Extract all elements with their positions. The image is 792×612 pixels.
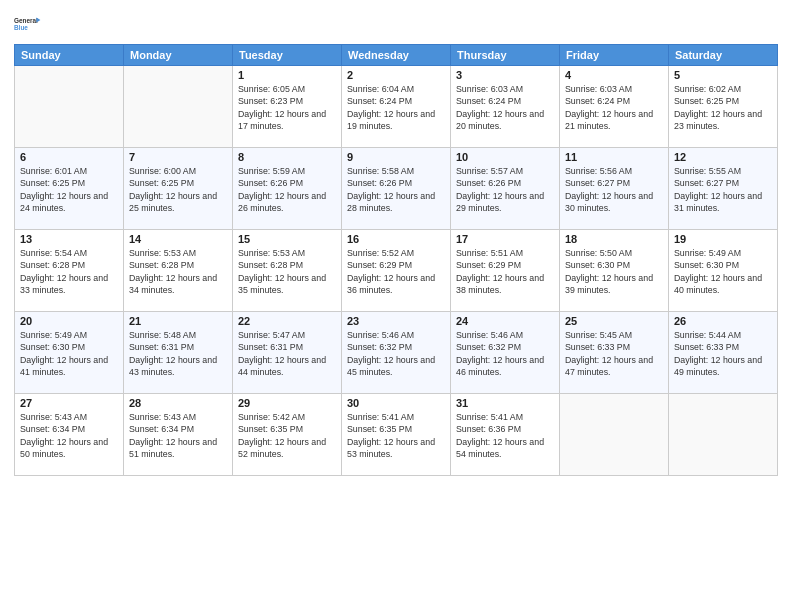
day-info: Sunrise: 6:03 AM Sunset: 6:24 PM Dayligh… [565, 83, 663, 132]
svg-marker-2 [36, 18, 40, 23]
day-cell: 8Sunrise: 5:59 AM Sunset: 6:26 PM Daylig… [233, 148, 342, 230]
day-cell: 29Sunrise: 5:42 AM Sunset: 6:35 PM Dayli… [233, 394, 342, 476]
day-number: 13 [20, 233, 118, 245]
day-cell: 7Sunrise: 6:00 AM Sunset: 6:25 PM Daylig… [124, 148, 233, 230]
day-number: 11 [565, 151, 663, 163]
day-cell: 18Sunrise: 5:50 AM Sunset: 6:30 PM Dayli… [560, 230, 669, 312]
day-info: Sunrise: 5:49 AM Sunset: 6:30 PM Dayligh… [674, 247, 772, 296]
day-number: 31 [456, 397, 554, 409]
day-number: 5 [674, 69, 772, 81]
day-info: Sunrise: 5:57 AM Sunset: 6:26 PM Dayligh… [456, 165, 554, 214]
day-number: 24 [456, 315, 554, 327]
day-cell: 21Sunrise: 5:48 AM Sunset: 6:31 PM Dayli… [124, 312, 233, 394]
day-number: 15 [238, 233, 336, 245]
day-number: 16 [347, 233, 445, 245]
day-info: Sunrise: 5:54 AM Sunset: 6:28 PM Dayligh… [20, 247, 118, 296]
day-number: 6 [20, 151, 118, 163]
day-number: 14 [129, 233, 227, 245]
day-info: Sunrise: 5:42 AM Sunset: 6:35 PM Dayligh… [238, 411, 336, 460]
day-number: 1 [238, 69, 336, 81]
day-cell: 13Sunrise: 5:54 AM Sunset: 6:28 PM Dayli… [15, 230, 124, 312]
day-cell: 30Sunrise: 5:41 AM Sunset: 6:35 PM Dayli… [342, 394, 451, 476]
day-info: Sunrise: 5:52 AM Sunset: 6:29 PM Dayligh… [347, 247, 445, 296]
weekday-sunday: Sunday [15, 45, 124, 66]
day-number: 2 [347, 69, 445, 81]
weekday-header-row: SundayMondayTuesdayWednesdayThursdayFrid… [15, 45, 778, 66]
day-info: Sunrise: 5:51 AM Sunset: 6:29 PM Dayligh… [456, 247, 554, 296]
day-number: 8 [238, 151, 336, 163]
weekday-thursday: Thursday [451, 45, 560, 66]
day-cell: 22Sunrise: 5:47 AM Sunset: 6:31 PM Dayli… [233, 312, 342, 394]
day-info: Sunrise: 5:50 AM Sunset: 6:30 PM Dayligh… [565, 247, 663, 296]
day-number: 18 [565, 233, 663, 245]
day-cell: 31Sunrise: 5:41 AM Sunset: 6:36 PM Dayli… [451, 394, 560, 476]
day-cell: 2Sunrise: 6:04 AM Sunset: 6:24 PM Daylig… [342, 66, 451, 148]
day-number: 23 [347, 315, 445, 327]
day-info: Sunrise: 5:43 AM Sunset: 6:34 PM Dayligh… [20, 411, 118, 460]
weekday-friday: Friday [560, 45, 669, 66]
day-cell: 16Sunrise: 5:52 AM Sunset: 6:29 PM Dayli… [342, 230, 451, 312]
day-cell [560, 394, 669, 476]
day-number: 9 [347, 151, 445, 163]
day-number: 10 [456, 151, 554, 163]
day-cell: 23Sunrise: 5:46 AM Sunset: 6:32 PM Dayli… [342, 312, 451, 394]
day-cell: 17Sunrise: 5:51 AM Sunset: 6:29 PM Dayli… [451, 230, 560, 312]
svg-text:General: General [14, 17, 38, 24]
day-info: Sunrise: 5:45 AM Sunset: 6:33 PM Dayligh… [565, 329, 663, 378]
day-info: Sunrise: 5:53 AM Sunset: 6:28 PM Dayligh… [129, 247, 227, 296]
day-cell: 24Sunrise: 5:46 AM Sunset: 6:32 PM Dayli… [451, 312, 560, 394]
day-info: Sunrise: 6:03 AM Sunset: 6:24 PM Dayligh… [456, 83, 554, 132]
day-number: 7 [129, 151, 227, 163]
logo-icon: GeneralBlue [14, 10, 42, 38]
day-number: 30 [347, 397, 445, 409]
day-number: 27 [20, 397, 118, 409]
week-row-2: 6Sunrise: 6:01 AM Sunset: 6:25 PM Daylig… [15, 148, 778, 230]
day-info: Sunrise: 5:46 AM Sunset: 6:32 PM Dayligh… [347, 329, 445, 378]
day-cell: 3Sunrise: 6:03 AM Sunset: 6:24 PM Daylig… [451, 66, 560, 148]
day-cell: 14Sunrise: 5:53 AM Sunset: 6:28 PM Dayli… [124, 230, 233, 312]
logo: GeneralBlue [14, 10, 42, 38]
day-info: Sunrise: 5:44 AM Sunset: 6:33 PM Dayligh… [674, 329, 772, 378]
day-cell [124, 66, 233, 148]
day-number: 28 [129, 397, 227, 409]
day-info: Sunrise: 6:02 AM Sunset: 6:25 PM Dayligh… [674, 83, 772, 132]
day-cell: 5Sunrise: 6:02 AM Sunset: 6:25 PM Daylig… [669, 66, 778, 148]
day-info: Sunrise: 6:04 AM Sunset: 6:24 PM Dayligh… [347, 83, 445, 132]
day-number: 12 [674, 151, 772, 163]
week-row-1: 1Sunrise: 6:05 AM Sunset: 6:23 PM Daylig… [15, 66, 778, 148]
day-info: Sunrise: 5:48 AM Sunset: 6:31 PM Dayligh… [129, 329, 227, 378]
day-cell: 19Sunrise: 5:49 AM Sunset: 6:30 PM Dayli… [669, 230, 778, 312]
day-cell: 28Sunrise: 5:43 AM Sunset: 6:34 PM Dayli… [124, 394, 233, 476]
day-cell: 12Sunrise: 5:55 AM Sunset: 6:27 PM Dayli… [669, 148, 778, 230]
day-number: 19 [674, 233, 772, 245]
day-number: 21 [129, 315, 227, 327]
day-cell: 20Sunrise: 5:49 AM Sunset: 6:30 PM Dayli… [15, 312, 124, 394]
day-cell: 25Sunrise: 5:45 AM Sunset: 6:33 PM Dayli… [560, 312, 669, 394]
day-cell: 9Sunrise: 5:58 AM Sunset: 6:26 PM Daylig… [342, 148, 451, 230]
day-number: 20 [20, 315, 118, 327]
day-info: Sunrise: 5:41 AM Sunset: 6:36 PM Dayligh… [456, 411, 554, 460]
weekday-monday: Monday [124, 45, 233, 66]
day-info: Sunrise: 5:56 AM Sunset: 6:27 PM Dayligh… [565, 165, 663, 214]
day-info: Sunrise: 5:59 AM Sunset: 6:26 PM Dayligh… [238, 165, 336, 214]
week-row-3: 13Sunrise: 5:54 AM Sunset: 6:28 PM Dayli… [15, 230, 778, 312]
day-cell: 15Sunrise: 5:53 AM Sunset: 6:28 PM Dayli… [233, 230, 342, 312]
day-cell: 4Sunrise: 6:03 AM Sunset: 6:24 PM Daylig… [560, 66, 669, 148]
day-number: 22 [238, 315, 336, 327]
day-number: 3 [456, 69, 554, 81]
weekday-wednesday: Wednesday [342, 45, 451, 66]
day-cell: 27Sunrise: 5:43 AM Sunset: 6:34 PM Dayli… [15, 394, 124, 476]
calendar: SundayMondayTuesdayWednesdayThursdayFrid… [14, 44, 778, 476]
day-cell [669, 394, 778, 476]
day-info: Sunrise: 5:53 AM Sunset: 6:28 PM Dayligh… [238, 247, 336, 296]
day-cell: 1Sunrise: 6:05 AM Sunset: 6:23 PM Daylig… [233, 66, 342, 148]
day-info: Sunrise: 5:55 AM Sunset: 6:27 PM Dayligh… [674, 165, 772, 214]
weekday-tuesday: Tuesday [233, 45, 342, 66]
header: GeneralBlue [14, 10, 778, 38]
day-info: Sunrise: 5:41 AM Sunset: 6:35 PM Dayligh… [347, 411, 445, 460]
day-cell [15, 66, 124, 148]
day-info: Sunrise: 5:49 AM Sunset: 6:30 PM Dayligh… [20, 329, 118, 378]
day-info: Sunrise: 5:46 AM Sunset: 6:32 PM Dayligh… [456, 329, 554, 378]
day-number: 25 [565, 315, 663, 327]
day-info: Sunrise: 5:58 AM Sunset: 6:26 PM Dayligh… [347, 165, 445, 214]
